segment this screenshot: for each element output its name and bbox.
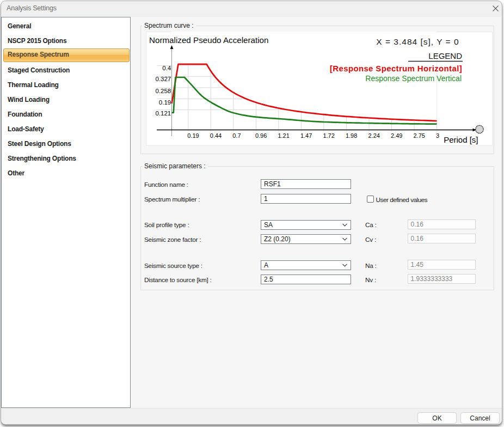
svg-text:0.7: 0.7 xyxy=(232,132,241,139)
svg-text:Normalized Pseudo Acceleration: Normalized Pseudo Acceleration xyxy=(149,35,269,45)
svg-text:2.75: 2.75 xyxy=(414,132,425,139)
svg-text:2.49: 2.49 xyxy=(391,132,402,139)
svg-text:0.19: 0.19 xyxy=(159,99,171,106)
svg-text:1.98: 1.98 xyxy=(346,132,357,139)
svg-text:[Response Spectrum Horizontal]: [Response Spectrum Horizontal] xyxy=(330,64,462,73)
svg-text:1.72: 1.72 xyxy=(323,132,334,139)
svg-text:1.47: 1.47 xyxy=(300,132,312,139)
svg-text:0.96: 0.96 xyxy=(255,132,267,139)
svg-text:0.327: 0.327 xyxy=(155,76,171,82)
svg-text:2.24: 2.24 xyxy=(368,132,380,139)
svg-text:0.4: 0.4 xyxy=(162,65,171,71)
svg-text:3: 3 xyxy=(436,132,439,139)
svg-text:0.19: 0.19 xyxy=(187,132,199,139)
svg-text:LEGEND: LEGEND xyxy=(428,51,462,60)
svg-text:0.258: 0.258 xyxy=(155,88,171,94)
svg-text:1.21: 1.21 xyxy=(278,132,289,139)
svg-text:Period [s]: Period [s] xyxy=(444,135,478,144)
svg-text:0.44: 0.44 xyxy=(210,132,222,139)
svg-text:0.121: 0.121 xyxy=(155,110,171,117)
svg-text:X = 3.484 [s], Y = 0: X = 3.484 [s], Y = 0 xyxy=(376,37,459,46)
svg-text:Response Spectrum Vertical: Response Spectrum Vertical xyxy=(365,74,462,83)
